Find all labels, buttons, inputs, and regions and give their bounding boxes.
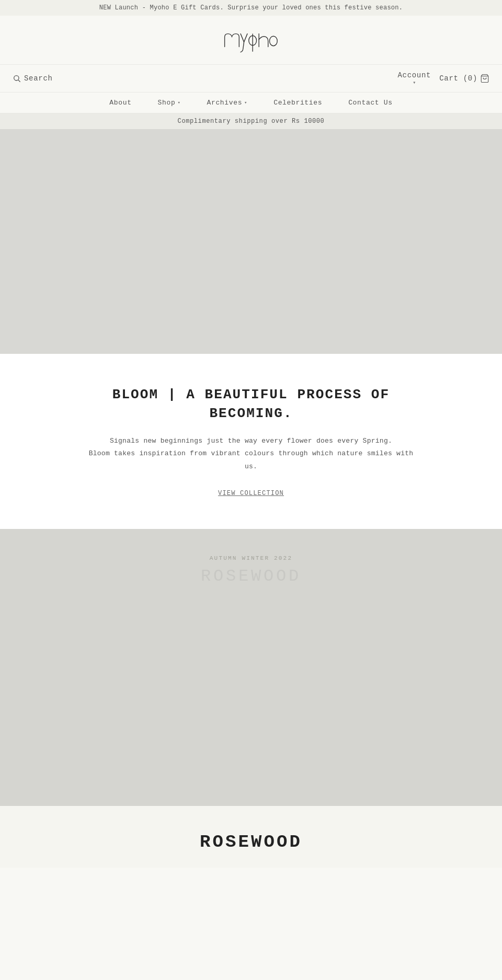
- shipping-banner: Complimentary shipping over Rs 10000: [0, 113, 502, 129]
- view-collection-link[interactable]: VIEW COLLECTION: [218, 490, 284, 497]
- account-button[interactable]: Account ▾: [397, 71, 431, 86]
- nav-item-celebrities[interactable]: Celebrities: [273, 99, 322, 107]
- nav-item-contact[interactable]: Contact Us: [348, 99, 393, 107]
- cart-icon: [480, 74, 489, 83]
- rosewood-season-label: AUTUMN WINTER 2022: [210, 555, 292, 561]
- nav-about-label: About: [109, 99, 131, 107]
- bloom-section: BLOOM | A BEAUTIFUL PROCESS OF BECOMING.…: [0, 354, 502, 529]
- nav-contact-label: Contact Us: [348, 99, 393, 107]
- cart-button[interactable]: Cart (0): [439, 74, 489, 83]
- rosewood-title: ROSEWOOD: [201, 567, 301, 586]
- account-chevron-down-icon: ▾: [413, 79, 416, 86]
- archives-chevron-down-icon: ▾: [244, 100, 247, 106]
- account-label: Account: [397, 71, 431, 79]
- logo-link[interactable]: [222, 25, 280, 59]
- nav-item-shop[interactable]: Shop ▾: [158, 99, 181, 107]
- cart-label: Cart (0): [439, 74, 477, 83]
- header-right: Account ▾ Cart (0): [397, 71, 489, 86]
- main-nav: About Shop ▾ Archives ▾ Celebrities Cont…: [0, 93, 502, 113]
- rosewood-hero-section: AUTUMN WINTER 2022 ROSEWOOD: [0, 529, 502, 806]
- header-nav: Search Account ▾ Cart (0): [0, 65, 502, 93]
- logo-area: [0, 16, 502, 65]
- bloom-title: BLOOM | A BEAUTIFUL PROCESS OF BECOMING.: [84, 385, 418, 423]
- bloom-desc-line1: Signals new beginnings just the way ever…: [110, 437, 392, 445]
- svg-line-4: [18, 80, 20, 82]
- rosewood-text-section: ROSEWOOD: [0, 806, 502, 868]
- nav-celebrities-label: Celebrities: [273, 99, 322, 107]
- nav-shop-label: Shop: [158, 99, 176, 107]
- search-icon: [13, 74, 21, 83]
- bloom-description: Signals new beginnings just the way ever…: [84, 435, 418, 474]
- shop-chevron-down-icon: ▾: [177, 100, 180, 106]
- rosewood-heading: ROSEWOOD: [0, 832, 502, 852]
- search-button[interactable]: Search: [13, 74, 53, 83]
- shipping-text: Complimentary shipping over Rs 10000: [178, 118, 325, 125]
- nav-item-about[interactable]: About: [109, 99, 131, 107]
- nav-item-archives[interactable]: Archives ▾: [207, 99, 247, 107]
- hero-image: [0, 129, 502, 354]
- logo-svg: [222, 25, 280, 56]
- search-label: Search: [24, 74, 53, 83]
- bloom-desc-line2: Bloom takes inspiration from vibrant col…: [89, 449, 414, 470]
- svg-point-3: [14, 76, 19, 80]
- announcement-bar: NEW Launch - Myoho E Gift Cards. Surpris…: [0, 0, 502, 16]
- announcement-text: NEW Launch - Myoho E Gift Cards. Surpris…: [99, 4, 403, 11]
- svg-point-2: [269, 36, 277, 45]
- nav-archives-label: Archives: [207, 99, 242, 107]
